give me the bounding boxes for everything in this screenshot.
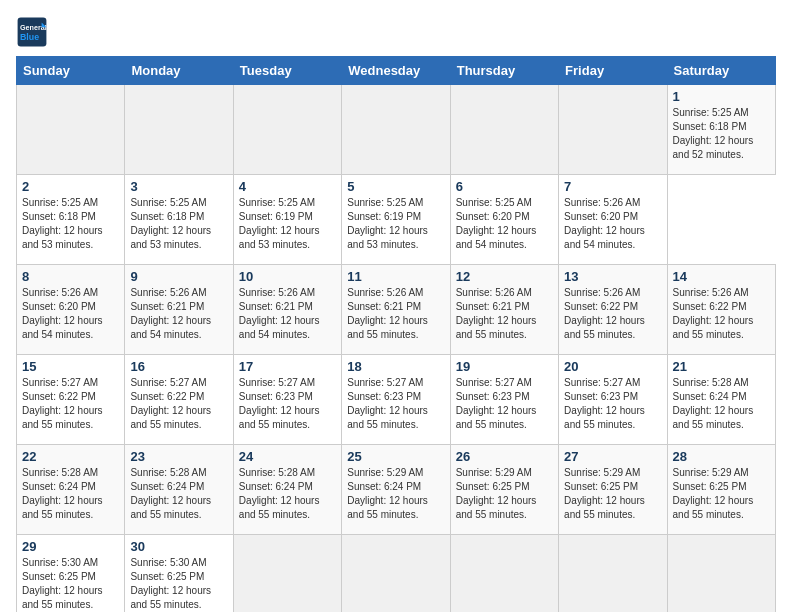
calendar-day-15: 15Sunrise: 5:27 AMSunset: 6:22 PMDayligh… [17, 355, 125, 445]
day-info: Sunrise: 5:26 AMSunset: 6:22 PMDaylight:… [673, 286, 770, 342]
calendar-day-7: 7Sunrise: 5:26 AMSunset: 6:20 PMDaylight… [559, 175, 667, 265]
day-info: Sunrise: 5:27 AMSunset: 6:22 PMDaylight:… [130, 376, 227, 432]
calendar-day-27: 27Sunrise: 5:29 AMSunset: 6:25 PMDayligh… [559, 445, 667, 535]
day-number: 15 [22, 359, 119, 374]
day-number: 19 [456, 359, 553, 374]
day-number: 17 [239, 359, 336, 374]
day-number: 9 [130, 269, 227, 284]
day-number: 4 [239, 179, 336, 194]
calendar-day-23: 23Sunrise: 5:28 AMSunset: 6:24 PMDayligh… [125, 445, 233, 535]
calendar-week-row: 22Sunrise: 5:28 AMSunset: 6:24 PMDayligh… [17, 445, 776, 535]
day-number: 14 [673, 269, 770, 284]
day-info: Sunrise: 5:27 AMSunset: 6:23 PMDaylight:… [239, 376, 336, 432]
empty-cell [450, 535, 558, 613]
day-info: Sunrise: 5:25 AMSunset: 6:18 PMDaylight:… [130, 196, 227, 252]
day-header-tuesday: Tuesday [233, 57, 341, 85]
empty-cell [559, 85, 667, 175]
svg-text:Blue: Blue [20, 32, 39, 42]
day-number: 26 [456, 449, 553, 464]
calendar-week-row: 8Sunrise: 5:26 AMSunset: 6:20 PMDaylight… [17, 265, 776, 355]
day-header-sunday: Sunday [17, 57, 125, 85]
calendar-day-16: 16Sunrise: 5:27 AMSunset: 6:22 PMDayligh… [125, 355, 233, 445]
calendar-day-9: 9Sunrise: 5:26 AMSunset: 6:21 PMDaylight… [125, 265, 233, 355]
calendar-day-4: 4Sunrise: 5:25 AMSunset: 6:19 PMDaylight… [233, 175, 341, 265]
day-info: Sunrise: 5:28 AMSunset: 6:24 PMDaylight:… [673, 376, 770, 432]
day-number: 7 [564, 179, 661, 194]
day-header-thursday: Thursday [450, 57, 558, 85]
calendar-day-12: 12Sunrise: 5:26 AMSunset: 6:21 PMDayligh… [450, 265, 558, 355]
calendar-day-11: 11Sunrise: 5:26 AMSunset: 6:21 PMDayligh… [342, 265, 450, 355]
calendar-week-row: 29Sunrise: 5:30 AMSunset: 6:25 PMDayligh… [17, 535, 776, 613]
day-number: 23 [130, 449, 227, 464]
day-number: 27 [564, 449, 661, 464]
calendar-week-row: 15Sunrise: 5:27 AMSunset: 6:22 PMDayligh… [17, 355, 776, 445]
day-number: 5 [347, 179, 444, 194]
day-number: 11 [347, 269, 444, 284]
day-info: Sunrise: 5:26 AMSunset: 6:21 PMDaylight:… [347, 286, 444, 342]
calendar-day-2: 2Sunrise: 5:25 AMSunset: 6:18 PMDaylight… [17, 175, 125, 265]
day-info: Sunrise: 5:26 AMSunset: 6:20 PMDaylight:… [564, 196, 661, 252]
calendar-day-19: 19Sunrise: 5:27 AMSunset: 6:23 PMDayligh… [450, 355, 558, 445]
day-info: Sunrise: 5:29 AMSunset: 6:25 PMDaylight:… [673, 466, 770, 522]
day-number: 24 [239, 449, 336, 464]
day-header-wednesday: Wednesday [342, 57, 450, 85]
day-info: Sunrise: 5:25 AMSunset: 6:19 PMDaylight:… [347, 196, 444, 252]
day-info: Sunrise: 5:27 AMSunset: 6:22 PMDaylight:… [22, 376, 119, 432]
days-header-row: SundayMondayTuesdayWednesdayThursdayFrid… [17, 57, 776, 85]
logo: General Blue [16, 16, 52, 48]
calendar-day-24: 24Sunrise: 5:28 AMSunset: 6:24 PMDayligh… [233, 445, 341, 535]
calendar-day-21: 21Sunrise: 5:28 AMSunset: 6:24 PMDayligh… [667, 355, 775, 445]
day-header-monday: Monday [125, 57, 233, 85]
day-number: 20 [564, 359, 661, 374]
day-info: Sunrise: 5:26 AMSunset: 6:22 PMDaylight:… [564, 286, 661, 342]
day-info: Sunrise: 5:29 AMSunset: 6:25 PMDaylight:… [456, 466, 553, 522]
empty-cell [342, 85, 450, 175]
calendar-day-10: 10Sunrise: 5:26 AMSunset: 6:21 PMDayligh… [233, 265, 341, 355]
empty-cell [450, 85, 558, 175]
calendar-day-30: 30Sunrise: 5:30 AMSunset: 6:25 PMDayligh… [125, 535, 233, 613]
day-info: Sunrise: 5:28 AMSunset: 6:24 PMDaylight:… [130, 466, 227, 522]
calendar-day-8: 8Sunrise: 5:26 AMSunset: 6:20 PMDaylight… [17, 265, 125, 355]
day-number: 25 [347, 449, 444, 464]
day-info: Sunrise: 5:26 AMSunset: 6:21 PMDaylight:… [456, 286, 553, 342]
day-number: 29 [22, 539, 119, 554]
day-number: 18 [347, 359, 444, 374]
day-info: Sunrise: 5:26 AMSunset: 6:20 PMDaylight:… [22, 286, 119, 342]
calendar-day-25: 25Sunrise: 5:29 AMSunset: 6:24 PMDayligh… [342, 445, 450, 535]
day-info: Sunrise: 5:25 AMSunset: 6:18 PMDaylight:… [22, 196, 119, 252]
day-number: 28 [673, 449, 770, 464]
day-number: 16 [130, 359, 227, 374]
day-info: Sunrise: 5:28 AMSunset: 6:24 PMDaylight:… [239, 466, 336, 522]
day-info: Sunrise: 5:29 AMSunset: 6:25 PMDaylight:… [564, 466, 661, 522]
empty-cell [559, 535, 667, 613]
day-info: Sunrise: 5:30 AMSunset: 6:25 PMDaylight:… [130, 556, 227, 612]
day-number: 13 [564, 269, 661, 284]
day-info: Sunrise: 5:25 AMSunset: 6:19 PMDaylight:… [239, 196, 336, 252]
calendar-day-29: 29Sunrise: 5:30 AMSunset: 6:25 PMDayligh… [17, 535, 125, 613]
calendar-day-17: 17Sunrise: 5:27 AMSunset: 6:23 PMDayligh… [233, 355, 341, 445]
calendar-day-20: 20Sunrise: 5:27 AMSunset: 6:23 PMDayligh… [559, 355, 667, 445]
calendar-day-6: 6Sunrise: 5:25 AMSunset: 6:20 PMDaylight… [450, 175, 558, 265]
day-number: 1 [673, 89, 770, 104]
day-info: Sunrise: 5:26 AMSunset: 6:21 PMDaylight:… [130, 286, 227, 342]
calendar-day-22: 22Sunrise: 5:28 AMSunset: 6:24 PMDayligh… [17, 445, 125, 535]
day-number: 2 [22, 179, 119, 194]
day-number: 12 [456, 269, 553, 284]
day-info: Sunrise: 5:28 AMSunset: 6:24 PMDaylight:… [22, 466, 119, 522]
day-info: Sunrise: 5:27 AMSunset: 6:23 PMDaylight:… [564, 376, 661, 432]
day-number: 8 [22, 269, 119, 284]
empty-cell [233, 85, 341, 175]
day-number: 6 [456, 179, 553, 194]
header: General Blue [16, 16, 776, 48]
day-number: 30 [130, 539, 227, 554]
empty-cell [342, 535, 450, 613]
calendar-day-14: 14Sunrise: 5:26 AMSunset: 6:22 PMDayligh… [667, 265, 775, 355]
empty-cell [17, 85, 125, 175]
calendar-day-18: 18Sunrise: 5:27 AMSunset: 6:23 PMDayligh… [342, 355, 450, 445]
calendar-day-13: 13Sunrise: 5:26 AMSunset: 6:22 PMDayligh… [559, 265, 667, 355]
empty-cell [667, 535, 775, 613]
logo-icon: General Blue [16, 16, 48, 48]
day-info: Sunrise: 5:27 AMSunset: 6:23 PMDaylight:… [347, 376, 444, 432]
empty-cell [233, 535, 341, 613]
day-info: Sunrise: 5:29 AMSunset: 6:24 PMDaylight:… [347, 466, 444, 522]
